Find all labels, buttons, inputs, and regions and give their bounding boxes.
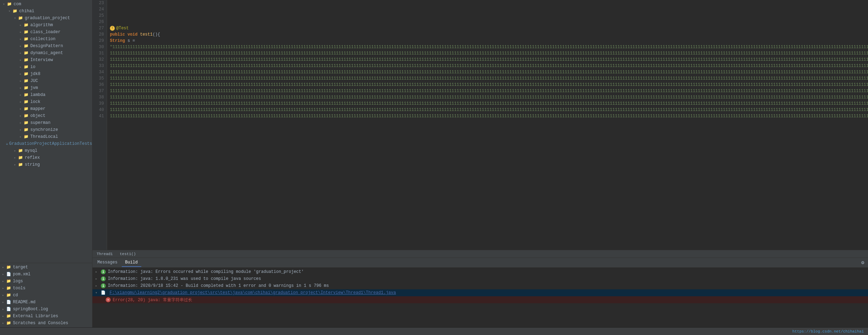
code-line-39: 1111111111111111111111111111111111111111… <box>110 100 868 107</box>
sidebar-item-graduation_project[interactable]: 📁graduation_project <box>0 15 92 22</box>
sidebar-item-JUC[interactable]: 📁JUC <box>0 77 92 84</box>
line-number-23: 23 <box>92 0 104 6</box>
line-number-25: 25 <box>92 13 104 19</box>
status-bar-url: https://blog.csdn.net/chihaihai <box>792 329 864 334</box>
sidebar-item-label-jdk8: jdk8 <box>30 72 40 76</box>
sidebar-item-string[interactable]: 📁string <box>0 161 92 168</box>
sidebar-item-label-collection: collection <box>30 37 55 42</box>
sidebar-bottom-README-md[interactable]: 📄README.md <box>0 299 92 306</box>
sidebar-item-lock[interactable]: 📁lock <box>0 98 92 105</box>
code-line-28: public void test1(){ <box>110 31 868 38</box>
msg-text-3: F:\xiangmu\learning2\graduation_project\… <box>110 290 396 295</box>
messages-panel: MessagesBuild⚙ iInformation: java: Error… <box>92 258 868 327</box>
msg-text-2: Information: 2020/9/18 15:42 - Build com… <box>108 283 329 288</box>
editor-container: 23242526272829303132333435363738394041 !… <box>92 0 868 327</box>
messages-settings-button[interactable]: ⚙ <box>859 259 867 267</box>
sidebar-item-reflex[interactable]: 📁reflex <box>0 154 92 161</box>
sidebar-item-mysql[interactable]: 📁mysql <box>0 147 92 154</box>
message-line-3[interactable]: 📄F:\xiangmu\learning2\graduation_project… <box>92 289 868 296</box>
sidebar-item-algorithm[interactable]: 📁algorithm <box>0 22 92 29</box>
sidebar-bottom-target[interactable]: 📁target <box>0 264 92 271</box>
sidebar-item-class_loader[interactable]: 📁class_loader <box>0 29 92 36</box>
message-line-1[interactable]: iInformation: java: 1.8.0_231 was used t… <box>92 275 868 282</box>
msg-icon-error-4: ✕ <box>106 297 111 302</box>
line-numbers: 23242526272829303132333435363738394041 <box>92 0 107 250</box>
line-number-32: 32 <box>92 57 104 63</box>
sidebar-bottom-pom-xml[interactable]: 📄pom.xml <box>0 271 92 278</box>
sidebar-bottom-External-Libraries[interactable]: 📁External Libraries <box>0 313 92 320</box>
sidebar-item-label-JUC: JUC <box>30 79 38 83</box>
sidebar-item-label-com: com <box>14 2 21 7</box>
sidebar-item-chihai[interactable]: 📁chihai <box>0 8 92 15</box>
messages-tab-build[interactable]: Build <box>122 259 141 267</box>
code-line-35: 1111111111111111111111111111111111111111… <box>110 75 868 82</box>
gutter-icon-27: ! <box>110 26 115 31</box>
sidebar-item-label-lock: lock <box>30 99 40 104</box>
message-line-2[interactable]: iInformation: 2020/9/18 15:42 - Build co… <box>92 282 868 289</box>
messages-content[interactable]: iInformation: java: Errors occurred whil… <box>92 268 868 327</box>
code-line-29: String s = <box>110 38 868 44</box>
code-line-34: 1111111111111111111111111111111111111111… <box>110 69 868 75</box>
msg-text-4: Error(28, 20) java: 常量字符串过长 <box>113 297 192 303</box>
sidebar-item-label-GraduationProjectApplicationTests: GraduationProjectApplicationTests <box>9 141 92 146</box>
message-line-4[interactable]: ✕Error(28, 20) java: 常量字符串过长 <box>92 296 868 303</box>
code-line-27: ! @Test <box>110 25 868 31</box>
message-line-0[interactable]: iInformation: java: Errors occurred whil… <box>92 268 868 275</box>
msg-text-0: Information: java: Errors occurred while… <box>108 269 304 274</box>
sidebar-item-label-synchronize: synchronize <box>30 127 58 132</box>
sidebar-item-synchronize[interactable]: 📁synchronize <box>0 126 92 133</box>
sidebar-item-lambda[interactable]: 📁lambda <box>0 91 92 98</box>
sidebar-item-ThreadLocal[interactable]: 📁ThreadLocal <box>0 133 92 140</box>
code-area[interactable]: ! @Test public void test1(){ String s ="… <box>107 0 868 250</box>
sidebar-bottom: 📁target📄pom.xml📁logs📁tools📁cd📄README.md📄… <box>0 263 92 327</box>
sidebar-item-label-mapper: mapper <box>30 106 45 111</box>
sidebar-item-collection[interactable]: 📁collection <box>0 36 92 43</box>
sidebar-bottom-Scratches-and-Consoles[interactable]: 📁Scratches and Consoles <box>0 320 92 327</box>
thread-name: Thread1 <box>97 252 113 256</box>
sidebar-bottom-logs[interactable]: 📁logs <box>0 278 92 285</box>
sidebar-item-label-mysql: mysql <box>25 148 37 153</box>
msg-icon-info-1: i <box>101 276 106 281</box>
sidebar-tree: 📁com📁chihai📁graduation_project📁algorithm… <box>0 0 92 263</box>
sidebar-item-GraduationProjectApplicationTests[interactable]: ☕GraduationProjectApplicationTests <box>0 140 92 147</box>
line-number-26: 26 <box>92 19 104 25</box>
line-number-39: 39 <box>92 100 104 107</box>
sidebar-item-label-algorithm: algorithm <box>30 23 53 28</box>
sidebar-bottom-tools[interactable]: 📁tools <box>0 285 92 292</box>
expand-arrow-1 <box>95 277 99 281</box>
messages-tab-messages[interactable]: Messages <box>94 259 121 267</box>
sidebar-item-label-dynamic_agent: dynamic_agent <box>30 51 63 55</box>
code-line-33: 1111111111111111111111111111111111111111… <box>110 63 868 69</box>
sidebar-item-label-DesignPattern: DesignPattern <box>30 44 63 49</box>
sidebar-item-DesignPattern[interactable]: 📁DesignPattern <box>0 43 92 50</box>
messages-tabs: MessagesBuild⚙ <box>92 258 868 268</box>
thread-status-bar: Thread1 test1() <box>92 250 868 258</box>
status-bar: https://blog.csdn.net/chihaihai <box>0 327 868 335</box>
sidebar-item-jvm[interactable]: 📁jvm <box>0 84 92 91</box>
code-line-30: "111111111111111111111111111111111111111… <box>110 44 868 50</box>
sidebar-bottom-cd[interactable]: 📁cd <box>0 292 92 299</box>
sidebar-item-com[interactable]: 📁com <box>0 1 92 8</box>
main-area: 📁com📁chihai📁graduation_project📁algorithm… <box>0 0 868 327</box>
line-number-28: 28 <box>92 31 104 38</box>
sidebar-item-Interview[interactable]: 📁Interview <box>0 57 92 64</box>
sidebar-item-io[interactable]: 📁io <box>0 64 92 70</box>
code-line-26 <box>110 19 868 25</box>
sidebar-bottom-springBoot-log[interactable]: 📄springBoot.log <box>0 306 92 313</box>
sidebar-item-label-jvm: jvm <box>30 85 38 90</box>
sidebar-item-mapper[interactable]: 📁mapper <box>0 105 92 112</box>
sidebar-item-superman[interactable]: 📁superman <box>0 119 92 126</box>
line-number-36: 36 <box>92 82 104 88</box>
sidebar-item-label-ThreadLocal: ThreadLocal <box>30 134 58 139</box>
line-number-24: 24 <box>92 6 104 13</box>
line-number-27: 27 <box>92 25 104 31</box>
sidebar-item-label-chihai: chihai <box>19 9 34 14</box>
expand-arrow-2 <box>95 284 99 288</box>
code-line-41: 1111111111111111111111111111111111111111… <box>110 113 868 119</box>
sidebar-item-jdk8[interactable]: 📁jdk8 <box>0 70 92 77</box>
sidebar-item-object[interactable]: 📁object <box>0 112 92 119</box>
sidebar-item-dynamic_agent[interactable]: 📁dynamic_agent <box>0 50 92 57</box>
msg-icon-info-2: i <box>101 283 106 288</box>
line-number-30: 30 <box>92 44 104 50</box>
expand-arrow-0 <box>95 270 99 274</box>
